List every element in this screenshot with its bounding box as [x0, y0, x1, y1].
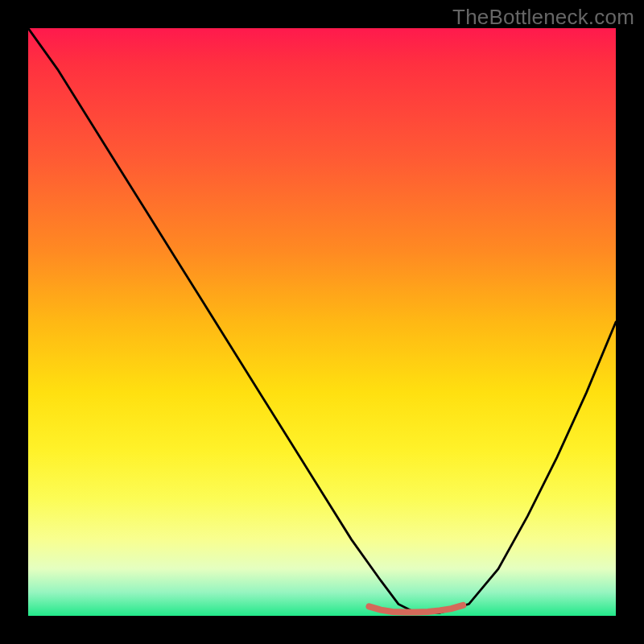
chart-frame: TheBottleneck.com — [0, 0, 644, 644]
chart-svg — [28, 28, 616, 616]
bottleneck-curve — [28, 28, 616, 613]
watermark-text: TheBottleneck.com — [452, 5, 634, 30]
sweet-spot-marker — [369, 605, 463, 613]
plot-area — [28, 28, 616, 616]
